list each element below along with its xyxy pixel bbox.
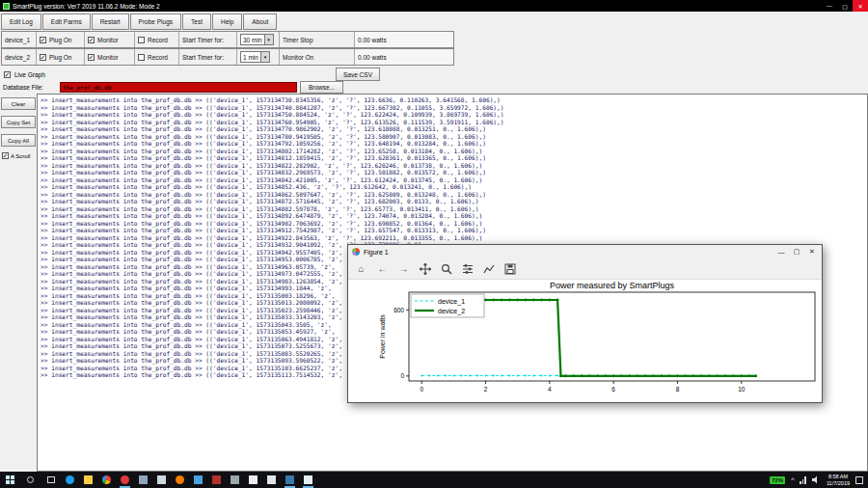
taskbar-app-firefox[interactable] [171,472,189,488]
taskbar-app-python[interactable] [281,472,299,488]
edit-parms-button[interactable]: Edit Parms [42,14,91,30]
app-blue-icon [194,475,203,484]
tray-chevron-up-icon[interactable]: ^ [791,476,794,483]
svg-text:device_1: device_1 [438,298,465,306]
taskbar-app-edge[interactable] [61,472,79,488]
configure-subplots-icon[interactable] [461,262,474,275]
device-1-monitor-checkbox[interactable]: ✓ [88,37,95,43]
log-line: >> insert_measurements into the_prof_db.… [41,234,504,242]
firefox-icon [176,475,184,484]
live-graph-checkbox[interactable]: ✓ [4,71,11,78]
figure-maximize-button[interactable]: ▢ [789,245,804,258]
help-button[interactable]: Help [212,14,242,30]
taskbar-app-app-red[interactable] [116,472,134,488]
svg-text:10: 10 [738,386,746,393]
battery-badge[interactable]: 72% [770,476,785,484]
figure-close-button[interactable]: ✕ [804,245,820,258]
figure-window-controls: — ▢ ✕ [773,245,820,258]
chevron-down-icon[interactable]: ▾ [260,52,269,62]
back-icon[interactable]: ← [376,262,389,275]
copy-set-button[interactable]: Copy Set [1,116,36,128]
figure-minimize-button[interactable]: — [773,245,789,258]
figure-canvas: Power measured by SmartPlugsPower in wat… [348,280,822,402]
device-1-timer-value: 30 min [243,37,262,43]
browse-button[interactable]: Browse... [300,81,343,94]
probe-plugs-button[interactable]: Probe Plugs [130,14,181,30]
minimize-button[interactable]: — [822,0,837,12]
taskbar-app-idle-window[interactable] [299,472,317,488]
device-2-record-checkbox[interactable] [138,54,145,61]
a-scroll-label: A Scroll [11,153,30,159]
device-1-record-checkbox[interactable] [138,37,145,43]
speaker-icon[interactable] [812,475,821,484]
device-2-plug-on-checkbox[interactable]: ✓ [40,54,46,61]
save-csv-button[interactable]: Save CSV [336,68,380,81]
clear-button[interactable]: Clear [1,97,36,110]
taskbar-app-app-darkred[interactable] [207,472,226,488]
device-2-plug-cell: ✓ Plug On [37,49,85,65]
maximize-button[interactable]: ▢ [837,0,853,12]
action-center-icon[interactable] [855,476,863,484]
edit-log-button[interactable]: Edit Log [1,14,41,30]
taskbar-app-notepad[interactable] [244,472,262,488]
device-1-plug-cell: ✓ Plug On [37,32,85,47]
taskbar-app-mail[interactable] [152,472,171,488]
zoom-icon[interactable] [440,262,452,275]
network-icon[interactable] [800,476,806,484]
forward-icon[interactable]: → [397,262,410,275]
taskbar-app-file-explorer[interactable] [79,472,97,488]
device-2-name: device_2 [2,49,37,65]
clock-date: 11/7/2019 [827,480,850,487]
app-gray-icon [231,475,239,484]
device-1-plug-on-label: Plug On [49,37,72,43]
test-button[interactable]: Test [182,14,211,30]
edit-axis-icon[interactable] [482,262,495,275]
database-file-input[interactable]: the_prof_db.db [60,82,297,93]
about-button[interactable]: About [243,14,277,30]
file-explorer-icon [84,475,93,484]
close-button[interactable]: ✕ [853,0,868,12]
chevron-down-icon[interactable]: ▾ [264,35,273,44]
app-darkred-icon [212,475,221,484]
taskbar-apps [61,472,317,488]
device-1-record-label: Record [148,37,168,43]
taskbar-clock[interactable]: 8:58 AM 11/7/2019 [827,474,850,486]
windows-start-button[interactable] [0,472,20,488]
taskbar-app-app-blue[interactable] [189,472,207,488]
restart-button[interactable]: Restart [92,14,129,30]
device-1-timer-select[interactable]: 30 min ▾ [240,34,274,45]
figure-chart[interactable]: Power measured by SmartPlugsPower in wat… [348,280,822,402]
device-2-plug-on-label: Plug On [49,54,72,61]
taskbar-app-store[interactable] [134,472,152,488]
taskbar-app-document[interactable] [262,472,281,488]
search-icon[interactable] [20,472,41,488]
taskbar-app-chrome[interactable] [97,472,116,488]
log-line: >> insert_measurements into the_prof_db.… [41,154,504,162]
device-2-timer-label: Start Timer for: [179,49,237,65]
device-1-plug-on-checkbox[interactable]: ✓ [40,37,46,43]
home-icon[interactable]: ⌂ [355,262,367,275]
device-1-monitor-cell: ✓ Monitor [85,32,135,47]
log-line: >> insert_measurements into the_prof_db.… [41,212,504,220]
system-tray: 72% ^ 8:58 AM 11/7/2019 [770,474,868,486]
log-line: >> insert_measurements into the_prof_db.… [41,191,504,199]
task-view-icon[interactable] [41,472,61,488]
copy-all-button[interactable]: Copy All [1,134,36,147]
figure-titlebar[interactable]: Figure 1 — ▢ ✕ [348,245,822,258]
svg-text:0: 0 [400,372,404,379]
device-2-record-cell: Record [135,49,179,65]
device-2-timer-select[interactable]: 1 min ▾ [240,51,270,63]
device-1-timer-cell: 30 min ▾ [237,32,280,47]
save-icon[interactable] [503,262,516,275]
log-line: >> insert_measurements into the_prof_db.… [41,162,504,170]
document-icon [267,475,276,484]
a-scroll-checkbox[interactable]: ✓ [2,152,9,159]
log-line: >> insert_measurements into the_prof_db.… [41,104,504,112]
log-line: >> insert_measurements into the_prof_db.… [41,148,504,155]
device-2-monitor-checkbox[interactable]: ✓ [88,54,95,61]
live-graph-row: ✓ Live Graph [4,68,45,81]
pan-icon[interactable] [419,262,431,275]
taskbar-app-app-gray[interactable] [226,472,244,488]
app-titlebar[interactable]: SmartPlug version: Ver7 2019 11.06.2 Mod… [0,0,868,12]
device-2-status-label: Monitor On [280,49,355,65]
